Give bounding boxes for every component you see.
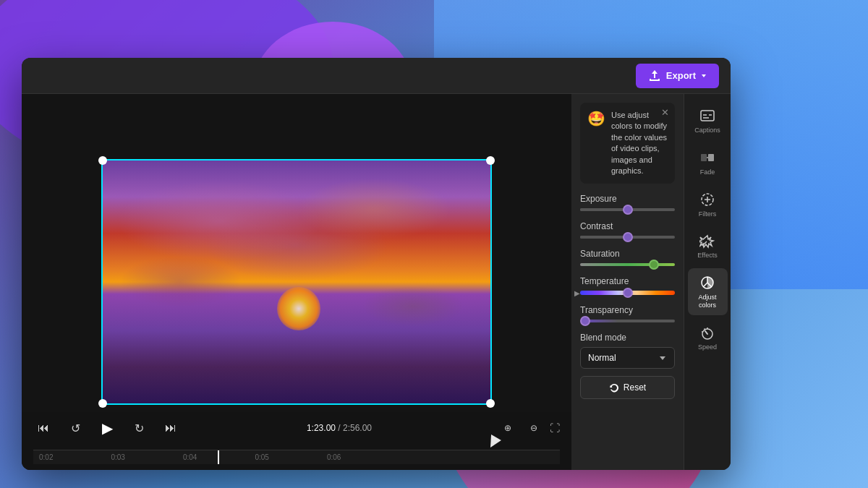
handle-top-left[interactable] [98,156,107,165]
forward-button[interactable]: ↻ [129,418,149,438]
handle-top-right[interactable] [486,156,495,165]
reset-icon [609,382,619,393]
effects-icon [699,232,716,249]
sidebar-item-adjust-colors[interactable]: Adjust colors [688,268,728,315]
fade-icon [699,149,716,166]
side-toolbar: Captions Fade [684,94,731,470]
marker-4: 0:05 [255,453,268,461]
sidebar-item-effects[interactable]: Effects [688,226,728,265]
skip-back-button[interactable]: ⏮ [33,418,54,438]
speed-label: Speed [698,343,717,351]
right-panel: 🤩 Use adjust colors to modify the color … [571,94,731,470]
filters-icon [699,191,716,208]
transparency-track[interactable] [580,320,675,322]
sun-glow [277,287,320,330]
saturation-track[interactable] [580,263,675,266]
tooltip-close-button[interactable]: ✕ [661,107,669,118]
speed-icon [699,324,716,341]
effects-label: Effects [697,252,717,260]
skip-forward-button[interactable]: ⏭ [161,418,181,438]
svg-rect-0 [701,111,714,121]
video-area: ⏮ ↺ ▶ ↻ ⏭ 1:23.00 / 2:56.00 ⊕ ⊖ ⛶ [22,94,571,470]
captions-icon [699,107,716,124]
play-button[interactable]: ▶ [97,418,117,438]
reset-label: Reset [624,382,646,393]
captions-label: Captions [694,127,720,134]
filters-label: Filters [699,210,717,218]
handle-bottom-right[interactable] [486,399,495,408]
timeline-bar: 0:02 0:03 0:04 0:05 0:06 [33,450,560,464]
contrast-label: Contrast [580,221,675,231]
contrast-fill [580,236,628,239]
blend-mode-select[interactable]: Normal [580,347,675,369]
saturation-group: Saturation [580,249,675,266]
current-time: 1:23.00 [307,423,336,433]
sidebar-item-filters[interactable]: Filters [688,185,728,224]
cloud-layer [103,160,490,403]
exposure-group: Exposure [580,194,675,211]
zoom-in-button[interactable]: ⊕ [498,418,518,438]
fade-label: Fade [700,168,715,176]
tooltip-text: Use adjust colors to modify the color va… [611,110,668,176]
playback-controls: ⏮ ↺ ▶ ↻ ⏭ 1:23.00 / 2:56.00 ⊕ ⊖ ⛶ [33,418,560,438]
contrast-track[interactable] [580,236,675,239]
sidebar-item-speed[interactable]: Speed [688,318,728,357]
exposure-fill [580,208,628,211]
upload-icon [647,69,662,83]
export-button[interactable]: Export [636,64,719,88]
reset-button[interactable]: Reset [580,376,675,399]
time-separator: / [338,423,343,433]
chevron-down-icon [700,72,707,80]
exposure-label: Exposure [580,194,675,204]
marker-1: 0:02 [39,453,53,461]
marker-3: 0:04 [183,453,197,461]
playhead [218,450,219,464]
marker-2: 0:03 [111,453,124,461]
temperature-label: Temperature [580,276,675,286]
video-frame [101,159,492,405]
tooltip-emoji: 🤩 [587,110,605,176]
main-content: ⏮ ↺ ▶ ↻ ⏭ 1:23.00 / 2:56.00 ⊕ ⊖ ⛶ [22,94,731,470]
fullscreen-button[interactable]: ⛶ [550,422,560,434]
handle-bottom-left[interactable] [98,399,107,408]
adjust-colors-label: Adjust colors [691,294,725,309]
app-window: Export [22,58,731,470]
exposure-thumb[interactable] [623,205,633,215]
tooltip-card: 🤩 Use adjust colors to modify the color … [580,103,675,184]
transparency-thumb[interactable] [580,316,590,326]
blend-mode-section: Blend mode Normal [580,333,675,369]
svg-rect-1 [701,154,707,161]
transparency-group: Transparency [580,305,675,322]
transparency-label: Transparency [580,305,675,315]
expand-icon[interactable]: ▶ [574,289,580,297]
adjust-panel: 🤩 Use adjust colors to modify the color … [571,94,684,470]
blend-mode-value: Normal [588,353,616,363]
saturation-thumb[interactable] [649,260,659,270]
control-buttons: ⏮ ↺ ▶ ↻ ⏭ [33,418,181,438]
total-time: 2:56.00 [343,423,372,433]
video-placeholder [103,160,490,403]
adjust-colors-icon [699,274,716,291]
time-display: 1:23.00 / 2:56.00 [307,423,372,433]
sidebar-item-captions[interactable]: Captions [688,101,728,140]
timeline-markers: 0:02 0:03 0:04 0:05 0:06 [33,450,560,464]
marker-5: 0:06 [327,453,341,461]
exposure-track[interactable] [580,208,675,211]
top-bar: Export [22,58,731,94]
zoom-out-button[interactable]: ⊖ [524,418,544,438]
svg-rect-2 [708,154,714,161]
contrast-group: Contrast [580,221,675,239]
temperature-thumb[interactable] [623,288,633,298]
sidebar-item-fade[interactable]: Fade [688,143,728,182]
export-label: Export [666,70,696,81]
contrast-thumb[interactable] [623,232,633,242]
blend-mode-label: Blend mode [580,333,675,343]
saturation-label: Saturation [580,249,675,259]
temperature-group: Temperature ▶ [580,276,675,295]
dropdown-chevron-icon [658,354,667,362]
rewind-button[interactable]: ↺ [65,418,85,438]
temperature-track[interactable] [580,291,675,295]
